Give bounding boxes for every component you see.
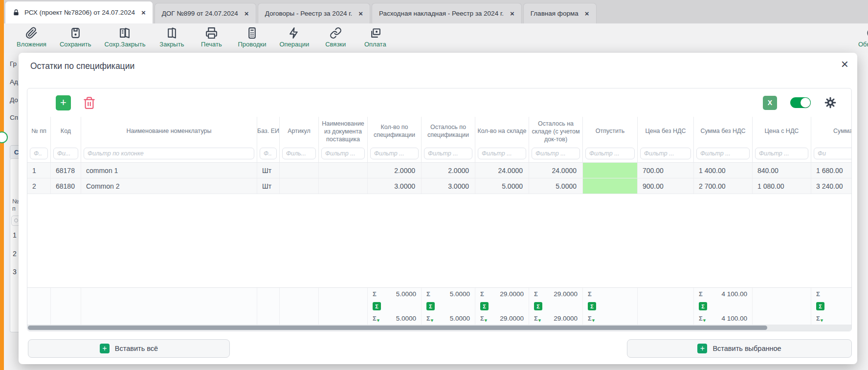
- sum-button[interactable]: Σ: [373, 302, 381, 310]
- toolbar-item-save[interactable]: Сохранить: [60, 27, 91, 53]
- tab-dogovory-reestr[interactable]: Договоры - Реестр за 2024 г. ×: [258, 3, 370, 23]
- table-row[interactable]: 1 68178 common 1 Шт 2.0000 2.0000 24.000…: [27, 163, 851, 178]
- bg-field-label: Ад: [10, 78, 18, 86]
- sigma-filtered-icon: Σ: [534, 315, 538, 322]
- filter-input-base-unit[interactable]: [260, 148, 277, 159]
- summary-cell: Σ▼: [811, 312, 852, 325]
- th-left-by-spec[interactable]: Осталось по спецификации: [422, 117, 475, 145]
- th-sum-vat[interactable]: Сумма с НДС: [811, 117, 852, 145]
- th-qty-by-spec[interactable]: Кол-во по спецификации: [368, 117, 422, 145]
- tab-close-icon[interactable]: ×: [510, 9, 514, 18]
- filter-input-qty-by-spec[interactable]: [370, 148, 419, 159]
- toolbar-item-save-close[interactable]: Сохр.Закрыть: [105, 27, 146, 53]
- tab-close-icon[interactable]: ×: [245, 9, 249, 18]
- toolbar-item-refresh[interactable]: Обновить: [858, 27, 868, 48]
- filter-cell: [475, 145, 529, 162]
- sum-button[interactable]: Σ: [426, 302, 435, 310]
- filter-input-sum-no-vat[interactable]: [696, 148, 750, 159]
- tab-close-icon[interactable]: ×: [141, 8, 146, 17]
- toolbar-item-postings[interactable]: Проводки: [238, 27, 266, 53]
- lock-icon: [12, 9, 20, 17]
- cell-release-editable[interactable]: [583, 163, 638, 178]
- filter-input-nomenclature[interactable]: [84, 148, 254, 159]
- toolbar-item-close[interactable]: Закрыть: [158, 27, 185, 53]
- th-left-in-stock[interactable]: Осталось на складе (с учетом док-тов): [529, 117, 583, 145]
- toolbar-item-operations[interactable]: Операции: [279, 27, 309, 53]
- filter-input-price-no-vat[interactable]: [640, 148, 691, 159]
- th-article[interactable]: Артикул: [280, 117, 319, 145]
- save-icon: [69, 27, 82, 39]
- cell-left-by-spec: 2.0000: [422, 163, 475, 178]
- filter-input-sum-vat[interactable]: [814, 148, 852, 159]
- payment-icon: [369, 27, 381, 39]
- chain-link-icon: [330, 27, 342, 39]
- scrollbar-thumb[interactable]: [28, 326, 767, 330]
- th-nomenclature[interactable]: Наименование номенклатуры: [81, 117, 257, 145]
- cell-release-editable[interactable]: [583, 178, 638, 194]
- insert-selected-button[interactable]: + Вставить выбранное: [627, 339, 852, 358]
- cell-article: [280, 178, 319, 194]
- tab-bar: РСХ (проект №78206) от 24.07.2024 × ДОГ …: [0, 0, 868, 23]
- th-code[interactable]: Код: [51, 117, 81, 145]
- toolbar-item-payment[interactable]: Оплата: [362, 27, 388, 53]
- filter-input-left-by-spec[interactable]: [424, 148, 472, 159]
- horizontal-scrollbar[interactable]: [27, 325, 851, 331]
- dialog-close-icon[interactable]: ×: [841, 57, 848, 71]
- sum-button[interactable]: Σ: [699, 302, 707, 310]
- document-toolbar: Вложения Сохранить Сохр.Закрыть Закрыть …: [4, 23, 868, 53]
- delete-row-icon[interactable]: [83, 96, 96, 109]
- filter-input-qty-in-stock[interactable]: [478, 148, 526, 159]
- filter-cell: [694, 145, 753, 162]
- cell-base-unit: Шт: [257, 178, 280, 194]
- filter-input-code[interactable]: [53, 148, 78, 159]
- toolbar-item-print[interactable]: Печать: [198, 27, 224, 53]
- filter-input-release[interactable]: [585, 148, 635, 159]
- th-npp[interactable]: № пп: [27, 117, 51, 145]
- tab-dog-899[interactable]: ДОГ №899 от 24.07.2024 ×: [155, 3, 256, 23]
- filter-input-npp[interactable]: [30, 148, 48, 159]
- sum-button[interactable]: Σ: [588, 302, 596, 310]
- sigma-icon: Σ: [480, 291, 484, 297]
- cell-sum-no-vat: 2 700.00: [694, 178, 753, 194]
- summary-cell: Σ: [811, 288, 852, 300]
- filter-cell: [422, 145, 475, 162]
- th-price-no-vat[interactable]: Цена без НДС: [638, 117, 694, 145]
- tab-rsx-project[interactable]: РСХ (проект №78206) от 24.07.2024 ×: [5, 1, 153, 23]
- toolbar-item-attachments[interactable]: Вложения: [17, 27, 46, 53]
- export-excel-button[interactable]: X: [763, 96, 777, 110]
- filter-input-article[interactable]: [282, 148, 316, 159]
- table-empty-area: [27, 194, 851, 287]
- tab-close-icon[interactable]: ×: [585, 9, 589, 18]
- sum-button[interactable]: Σ: [534, 302, 542, 310]
- app-window: РСХ (проект №78206) от 24.07.2024 × ДОГ …: [0, 0, 868, 370]
- toolbar-item-links[interactable]: Связки: [322, 27, 349, 53]
- th-qty-in-stock[interactable]: Кол-во на складе: [475, 117, 529, 145]
- th-release[interactable]: Отпустить: [583, 117, 638, 145]
- table-row[interactable]: 2 68180 Common 2 Шт 3.0000 3.0000 5.0000…: [27, 178, 851, 194]
- summary-cell: Σ4 100.00: [694, 288, 753, 300]
- filter-cell: [27, 145, 51, 162]
- insert-all-button[interactable]: + Вставить всё: [28, 339, 230, 358]
- gear-icon[interactable]: [824, 96, 837, 109]
- sum-button[interactable]: Σ: [816, 302, 824, 310]
- toolbar-item-label: Связки: [325, 41, 346, 48]
- filter-input-left-in-stock[interactable]: [532, 148, 580, 159]
- summary-cell: Σ5.0000: [422, 288, 475, 300]
- th-base-unit[interactable]: Баз. ЕИ: [257, 117, 280, 145]
- tab-rashodnaya-reestr[interactable]: Расходная накладная - Реестр за 2024 г. …: [372, 3, 522, 23]
- th-sum-no-vat[interactable]: Сумма без НДС: [694, 117, 753, 145]
- table-toolbar: + X: [27, 88, 851, 117]
- th-price-vat[interactable]: Цена с НДС: [753, 117, 811, 145]
- filter-cell: [811, 145, 852, 162]
- lightning-icon: [288, 27, 300, 39]
- filter-input-price-vat[interactable]: [755, 148, 808, 159]
- sum-button[interactable]: Σ: [480, 302, 489, 310]
- th-supplier-doc-name[interactable]: Наименование из документа поставщика: [319, 117, 368, 145]
- toggle-switch[interactable]: [790, 97, 811, 108]
- tab-close-icon[interactable]: ×: [358, 9, 363, 18]
- filter-input-supplier-doc[interactable]: [321, 148, 365, 159]
- tab-glavnaya-forma[interactable]: Главная форма ×: [523, 3, 597, 23]
- add-row-button[interactable]: +: [56, 95, 71, 110]
- sigma-icon: Σ: [816, 291, 820, 297]
- cell-left-by-spec: 3.0000: [422, 178, 475, 194]
